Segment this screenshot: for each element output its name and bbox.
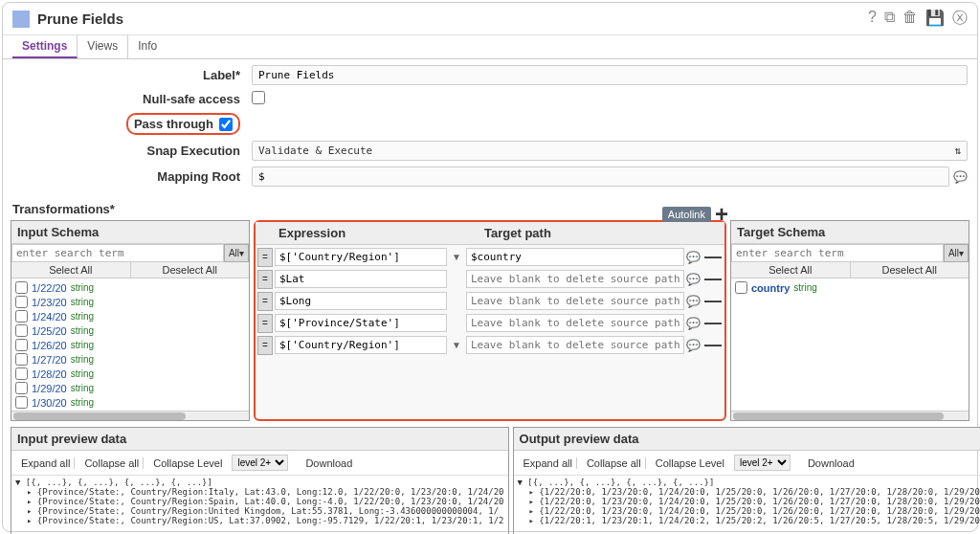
schema-checkbox[interactable] <box>15 367 28 380</box>
input-collapse-all[interactable]: Collapse all <box>80 457 144 469</box>
suggest-icon[interactable]: 💬 <box>686 251 702 264</box>
mapping-row: =💬— <box>257 291 723 311</box>
target-input[interactable] <box>466 248 684 266</box>
snapexec-select[interactable]: Validate & Execute ⇅ <box>252 141 968 161</box>
eq-toggle[interactable]: = <box>257 248 273 267</box>
input-expand-all[interactable]: Expand all <box>17 457 75 469</box>
tab-info[interactable]: Info <box>128 35 167 58</box>
target-schema-all[interactable]: All ▾ <box>944 244 969 262</box>
tree-item[interactable]: {1/22/20:0, 1/23/20:0, 1/24/20:0, 1/25/2… <box>518 497 980 506</box>
schema-item[interactable]: 1/29/20string <box>13 381 247 395</box>
eq-toggle[interactable]: = <box>257 270 273 289</box>
copy-icon[interactable]: ⧉ <box>884 9 895 29</box>
eq-toggle[interactable]: = <box>257 336 273 355</box>
target-schema-search[interactable] <box>731 244 944 262</box>
remove-row-button[interactable]: — <box>703 269 723 289</box>
expression-input[interactable] <box>275 336 447 354</box>
schema-item[interactable]: 1/25/20string <box>13 323 247 338</box>
bubble-icon[interactable]: 💬 <box>953 170 968 184</box>
target-input[interactable] <box>466 292 684 310</box>
tree-root[interactable]: [{, ...}, {, ...}, {, ...}, {, ...}] <box>15 478 504 487</box>
tab-settings[interactable]: Settings <box>12 35 78 58</box>
nullsafe-checkbox[interactable] <box>252 91 265 104</box>
output-download[interactable]: Download <box>804 457 858 469</box>
delete-icon[interactable]: 🗑 <box>902 9 918 29</box>
tree-item[interactable]: {1/22/20:0, 1/23/20:0, 1/24/20:0, 1/25/2… <box>518 506 980 516</box>
autolink-button[interactable]: Autolink <box>662 207 711 222</box>
tree-root[interactable]: [{, ...}, {, ...}, {, ...}, {, ...}] <box>518 478 980 487</box>
eq-toggle[interactable]: = <box>257 314 273 333</box>
help-icon[interactable]: ? <box>868 9 877 29</box>
expression-input[interactable] <box>275 292 447 310</box>
chevron-updown-icon: ⇅ <box>954 145 961 157</box>
window-title: Prune Fields <box>37 11 868 27</box>
remove-row-button[interactable]: — <box>703 291 723 311</box>
schema-item[interactable]: 1/26/20string <box>13 338 247 352</box>
schema-checkbox[interactable] <box>15 353 28 366</box>
target-deselect-all[interactable]: Deselect All <box>851 262 969 278</box>
input-select-all[interactable]: Select All <box>11 262 131 278</box>
schema-item[interactable]: 1/22/20string <box>13 280 247 295</box>
chevron-down-icon[interactable]: ▼ <box>449 252 464 262</box>
mappingroot-input[interactable] <box>252 167 949 187</box>
schema-checkbox[interactable] <box>15 382 28 394</box>
schema-item[interactable]: 1/28/20string <box>13 367 247 381</box>
input-level-select[interactable]: level 2+ <box>232 455 288 471</box>
tree-item[interactable]: {Province/State:, Country/Region:Italy, … <box>15 487 504 497</box>
schema-checkbox[interactable] <box>15 339 28 351</box>
suggest-icon[interactable]: 💬 <box>686 295 702 308</box>
schema-item[interactable]: 1/24/20string <box>13 309 247 323</box>
suggest-icon[interactable]: 💬 <box>686 339 702 352</box>
tree-item[interactable]: {Province/State:, Country/Region:Spain, … <box>15 497 504 506</box>
schema-checkbox[interactable] <box>15 310 28 323</box>
input-deselect-all[interactable]: Deselect All <box>131 262 250 278</box>
remove-row-button[interactable]: — <box>703 335 723 355</box>
remove-row-button[interactable]: — <box>703 313 723 333</box>
mapping-row: =💬— <box>257 313 723 333</box>
input-schema-all[interactable]: All ▾ <box>224 244 249 262</box>
input-preview-title: Input preview data <box>17 432 126 446</box>
tree-item[interactable]: {Province/State:, Country/Region:United … <box>15 506 504 516</box>
save-icon[interactable]: 💾 <box>925 9 945 29</box>
tree-item[interactable]: {1/22/20:0, 1/23/20:0, 1/24/20:0, 1/25/2… <box>518 487 980 497</box>
input-schema-search[interactable] <box>11 244 224 262</box>
schema-item[interactable]: countrystring <box>733 280 967 295</box>
suggest-icon[interactable]: 💬 <box>686 317 702 330</box>
tree-item[interactable]: {Province/State:, Country/Region:US, Lat… <box>15 516 504 525</box>
expression-input[interactable] <box>275 270 447 288</box>
schema-item[interactable]: 1/30/20string <box>13 395 247 410</box>
expression-input[interactable] <box>275 248 447 266</box>
input-download[interactable]: Download <box>301 457 356 469</box>
input-scrollbar[interactable] <box>11 411 249 420</box>
eq-toggle[interactable]: = <box>257 292 273 311</box>
tab-views[interactable]: Views <box>78 35 128 58</box>
schema-checkbox[interactable] <box>735 281 747 294</box>
snap-icon <box>12 11 30 28</box>
schema-checkbox[interactable] <box>15 396 28 409</box>
target-select-all[interactable]: Select All <box>731 262 851 278</box>
target-input[interactable] <box>466 270 684 288</box>
input-collapse-level-label: Collapse Level <box>149 457 226 469</box>
schema-checkbox[interactable] <box>15 324 28 337</box>
target-scrollbar[interactable] <box>731 411 969 420</box>
suggest-icon[interactable]: 💬 <box>686 273 702 286</box>
close-icon[interactable]: ⓧ <box>952 9 968 29</box>
tree-item[interactable]: {1/22/20:1, 1/23/20:1, 1/24/20:2, 1/25/2… <box>518 516 980 525</box>
schema-item[interactable]: 1/23/20string <box>13 295 247 309</box>
label-input[interactable] <box>252 65 968 85</box>
target-input[interactable] <box>466 336 684 354</box>
passthrough-checkbox[interactable] <box>219 118 233 131</box>
mapping-row: =▼💬— <box>257 247 723 267</box>
expression-input[interactable] <box>275 314 447 332</box>
remove-row-button[interactable]: — <box>703 247 723 267</box>
output-level-select[interactable]: level 2+ <box>734 455 791 471</box>
output-collapse-all[interactable]: Collapse all <box>583 457 646 469</box>
schema-item[interactable]: 1/27/20string <box>13 352 247 367</box>
schema-checkbox[interactable] <box>15 296 28 308</box>
output-expand-all[interactable]: Expand all <box>520 457 577 469</box>
add-row-button[interactable]: + <box>715 201 728 228</box>
target-input[interactable] <box>466 314 684 332</box>
schema-checkbox[interactable] <box>15 281 28 294</box>
snapexec-label: Snap Execution <box>12 144 252 158</box>
chevron-down-icon[interactable]: ▼ <box>449 340 464 350</box>
